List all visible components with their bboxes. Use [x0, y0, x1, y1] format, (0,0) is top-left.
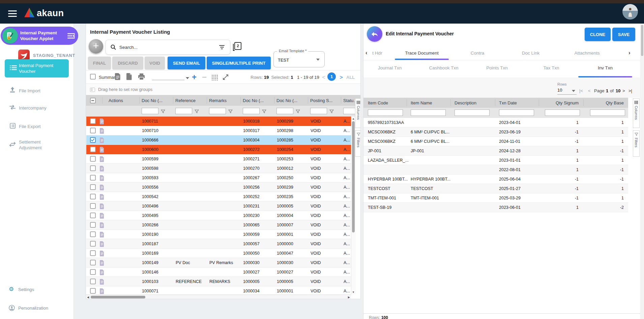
document-icon[interactable] — [100, 156, 104, 163]
avatar[interactable] — [622, 4, 638, 20]
first-page-button[interactable]: |< — [579, 88, 583, 93]
table-row[interactable]: 100018710000571000000VOIDA... — [86, 239, 351, 249]
prev-page-icon[interactable]: < — [322, 74, 325, 81]
table-row[interactable]: 100059310002671000250VOIDA... — [86, 173, 351, 183]
col-actions[interactable]: Actions — [109, 98, 123, 103]
prev-page-button[interactable]: < — [588, 88, 591, 93]
column-filter-input[interactable] — [590, 109, 625, 116]
table-row[interactable]: 100055610002561000239VOIDA... — [86, 183, 351, 192]
document-icon[interactable] — [100, 194, 104, 201]
funnel-icon[interactable] — [161, 109, 165, 115]
next-page-button[interactable]: > — [622, 88, 625, 93]
document-icon[interactable] — [100, 166, 104, 173]
row-checkbox[interactable] — [90, 137, 96, 143]
table-row[interactable]: 9557892107313AA2023-04-0111 — [363, 118, 628, 127]
select-all-checkbox[interactable] — [90, 98, 96, 103]
row-checkbox[interactable] — [90, 250, 96, 256]
save-button[interactable]: SAVE — [612, 28, 635, 41]
sidebar-item-intercompany[interactable]: Intercompany — [0, 104, 74, 112]
final-button[interactable]: FINAL — [88, 57, 111, 69]
table-row[interactable]: 100060010002721000254VOIDA... — [86, 145, 351, 154]
collapse-menu-icon[interactable] — [67, 33, 75, 40]
funnel-icon[interactable] — [329, 109, 334, 115]
funnel-icon[interactable] — [262, 109, 266, 115]
scroll-down-icon[interactable]: ▼ — [352, 291, 355, 294]
document-icon[interactable] — [100, 119, 104, 126]
col-doc-no-2[interactable]: Doc No (... — [243, 98, 264, 103]
tab-attachments[interactable]: Attachments — [574, 51, 599, 56]
column-filter-input[interactable] — [243, 108, 260, 114]
document-icon[interactable] — [100, 222, 104, 229]
scrollbar-thumb[interactable] — [352, 121, 355, 232]
view-dropdown[interactable] — [152, 80, 184, 80]
table-row[interactable]: 100054210002521000235VOIDA... — [86, 192, 351, 201]
columns-side-tab[interactable]: Columns — [355, 98, 361, 128]
rows-per-page-value[interactable]: 10 — [557, 88, 562, 93]
document-icon[interactable] — [100, 241, 104, 248]
row-checkbox[interactable] — [90, 213, 96, 218]
clone-button[interactable]: CLONE — [585, 28, 611, 41]
row-checkbox[interactable] — [90, 269, 96, 275]
document-icon[interactable] — [100, 147, 104, 154]
filters-side-tab[interactable]: Filters — [355, 130, 361, 157]
table-row[interactable]: TMT-ITEM-001TMT-ITEM-0012025-03-29-11 — [363, 193, 628, 203]
document-icon[interactable] — [100, 269, 104, 277]
printer-icon[interactable] — [138, 73, 145, 82]
table-row[interactable]: 1000103REFERENCEREMARKS10000051000005VOI… — [86, 277, 351, 286]
row-checkbox[interactable] — [90, 203, 96, 209]
chevron-down-icon[interactable] — [186, 77, 189, 79]
subtab-cashbook-txn[interactable]: Cashbook Txn — [429, 65, 459, 70]
subtab-tax-txn[interactable]: Tax Txn — [543, 65, 559, 70]
funnel-icon[interactable] — [296, 109, 300, 115]
col-txn-date[interactable]: Txn Date — [499, 100, 517, 105]
table-row[interactable]: 100071110003181000299VOIDA... — [86, 117, 351, 126]
col-item-code[interactable]: Item Code — [368, 100, 388, 105]
row-checkbox[interactable] — [90, 165, 96, 171]
table-row[interactable]: 100049510002301000004VOIDA... — [86, 211, 351, 220]
current-page-badge[interactable]: 1 — [327, 72, 336, 81]
row-checkbox[interactable] — [90, 279, 96, 284]
col-qty-signum[interactable]: Qty Signum — [545, 100, 579, 105]
sidebar-item-settings[interactable]: ⚙Settings — [0, 285, 74, 294]
row-checkbox[interactable] — [90, 147, 96, 152]
col-doc-no-3[interactable]: Doc No (... — [276, 98, 297, 103]
send-email-button[interactable]: SEND EMAIL — [168, 57, 205, 69]
filters-side-tab[interactable]: Filters — [633, 130, 640, 157]
column-filter-input[interactable] — [209, 108, 226, 114]
table-row[interactable]: LAZADA_SELLER_...2023-01-0111 — [363, 156, 628, 165]
void-button[interactable]: VOID — [145, 57, 165, 69]
funnel-icon[interactable] — [195, 109, 199, 115]
column-filter-input[interactable] — [499, 109, 534, 116]
file-text-icon[interactable] — [115, 73, 121, 82]
column-filter-input[interactable] — [411, 109, 446, 116]
last-page-button[interactable]: >| — [628, 88, 632, 93]
col-item-name[interactable]: Item Name — [411, 100, 432, 105]
row-checkbox[interactable] — [90, 241, 96, 247]
menu-icon[interactable] — [8, 10, 17, 17]
table-row[interactable]: JP-001JP-0012024-12-281-1 — [363, 146, 628, 156]
row-checkbox[interactable] — [90, 118, 96, 124]
print-button[interactable]: SINGLE/MULTIPLE PRINT — [207, 57, 271, 69]
scroll-right-icon[interactable]: ▶ — [348, 296, 350, 299]
document-icon[interactable] — [100, 175, 104, 182]
expand-icon[interactable] — [222, 74, 229, 82]
horizontal-scrollbar[interactable]: ◀ ▶ — [86, 294, 351, 299]
column-filter-input[interactable] — [545, 109, 580, 116]
tabs-scroll-left-icon[interactable]: ‹ — [365, 50, 367, 56]
document-icon[interactable] — [100, 203, 104, 211]
all-pages-button[interactable]: ALL — [346, 75, 355, 80]
table-row[interactable]: TEST-SB-192023-06-011-2 — [363, 203, 628, 212]
row-checkbox[interactable] — [90, 175, 96, 181]
table-row[interactable]: MCSC006BKZ6 MM² CU/PVC BL...2023-06-19-1… — [363, 127, 628, 137]
document-icon[interactable] — [100, 213, 104, 220]
row-checkbox[interactable] — [90, 128, 96, 133]
document-icon[interactable] — [100, 185, 104, 192]
column-filter-input[interactable] — [276, 108, 293, 114]
table-row[interactable]: 100019010000591000001VOIDA... — [86, 230, 351, 239]
row-checkbox[interactable] — [90, 288, 96, 294]
table-row[interactable]: MCSC006BKZ6 MM² CU/PVC BL...2024-11-01-1… — [363, 137, 628, 146]
tab-contra[interactable]: Contra — [471, 51, 485, 56]
scrollbar-thumb[interactable] — [91, 296, 145, 298]
summary-checkbox[interactable] — [90, 74, 96, 79]
chevron-down-icon[interactable] — [572, 90, 575, 92]
